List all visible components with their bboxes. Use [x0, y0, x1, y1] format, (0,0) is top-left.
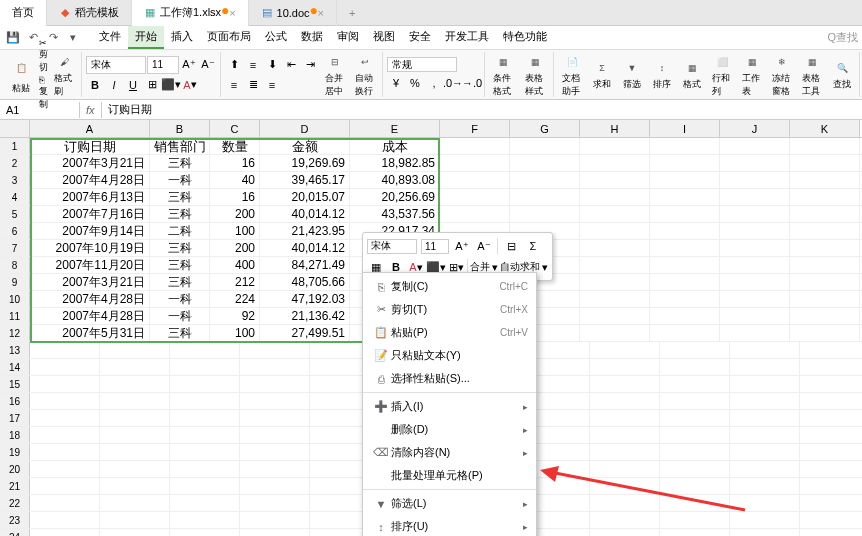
cell[interactable]	[650, 206, 720, 222]
currency-icon[interactable]: ¥	[387, 74, 405, 92]
cell[interactable]	[790, 325, 860, 341]
cell[interactable]	[30, 427, 100, 443]
cell[interactable]: 21,136.42	[260, 308, 350, 324]
freeze-button[interactable]: ❄冻结窗格	[768, 50, 796, 100]
rowcol-button[interactable]: ⬜行和列	[708, 50, 736, 100]
cell[interactable]	[730, 342, 800, 358]
cell[interactable]: 20,256.69	[350, 189, 440, 205]
menu-审阅[interactable]: 审阅	[330, 26, 366, 49]
column-header-E[interactable]: E	[350, 120, 440, 137]
cell[interactable]	[650, 308, 720, 324]
cell[interactable]: 2007年3月21日	[30, 155, 150, 171]
column-header-J[interactable]: J	[720, 120, 790, 137]
cell[interactable]	[440, 155, 510, 171]
cell[interactable]	[30, 376, 100, 392]
cell[interactable]	[660, 359, 730, 375]
format-button[interactable]: ▦格式	[678, 56, 706, 93]
cell[interactable]	[590, 461, 660, 477]
format-painter-button[interactable]: 🖌 格式刷	[50, 50, 78, 100]
menu-文件[interactable]: 文件	[92, 26, 128, 49]
cell[interactable]: 2007年7月16日	[30, 206, 150, 222]
cell[interactable]	[790, 189, 860, 205]
cell[interactable]: 212	[210, 274, 260, 290]
cell[interactable]	[720, 189, 790, 205]
cell[interactable]: 一科	[150, 291, 210, 307]
cell[interactable]	[170, 342, 240, 358]
cell[interactable]	[730, 495, 800, 511]
cell[interactable]	[730, 444, 800, 460]
cell[interactable]	[790, 138, 860, 154]
cell[interactable]	[170, 359, 240, 375]
cell[interactable]	[650, 155, 720, 171]
cell[interactable]	[170, 495, 240, 511]
indent-decrease-icon[interactable]: ⇤	[282, 56, 300, 74]
cell[interactable]	[730, 393, 800, 409]
row-header-19[interactable]: 19	[0, 444, 30, 460]
cell[interactable]: 224	[210, 291, 260, 307]
cell[interactable]	[240, 444, 310, 460]
ctx-paste-special[interactable]: ⎙选择性粘贴(S)...	[363, 367, 536, 390]
cell[interactable]: 2007年3月21日	[30, 274, 150, 290]
cell[interactable]	[580, 172, 650, 188]
cell[interactable]	[100, 410, 170, 426]
cell[interactable]	[580, 138, 650, 154]
bold-button[interactable]: B	[86, 76, 104, 94]
row-header-1[interactable]: 1	[0, 138, 30, 154]
cell[interactable]	[730, 427, 800, 443]
cell[interactable]	[100, 393, 170, 409]
cell[interactable]	[240, 359, 310, 375]
cell[interactable]	[30, 410, 100, 426]
menu-开始[interactable]: 开始	[128, 26, 164, 49]
save-icon[interactable]: 💾	[4, 29, 22, 47]
cell[interactable]	[170, 478, 240, 494]
border-button[interactable]: ⊞	[143, 76, 161, 94]
cell[interactable]	[240, 376, 310, 392]
cell[interactable]	[580, 155, 650, 171]
row-header-24[interactable]: 24	[0, 529, 30, 536]
cell[interactable]	[510, 172, 580, 188]
cell[interactable]	[30, 495, 100, 511]
cell[interactable]	[170, 410, 240, 426]
cell[interactable]: 100	[210, 223, 260, 239]
cell[interactable]	[790, 257, 860, 273]
cell[interactable]	[440, 138, 510, 154]
cell[interactable]: 订购日期	[30, 138, 150, 154]
cell[interactable]: 18,982.85	[350, 155, 440, 171]
cell[interactable]	[790, 155, 860, 171]
cell[interactable]	[240, 393, 310, 409]
cell[interactable]	[650, 291, 720, 307]
filter-button[interactable]: ▼筛选	[618, 56, 646, 93]
cell[interactable]	[790, 223, 860, 239]
decrease-font-icon[interactable]: A⁻	[199, 56, 217, 74]
cell[interactable]: 一科	[150, 172, 210, 188]
sort-button[interactable]: ↕排序	[648, 56, 676, 93]
cell[interactable]	[170, 461, 240, 477]
cell[interactable]: 48,705.66	[260, 274, 350, 290]
table-style-button[interactable]: ▦表格样式	[521, 50, 551, 100]
cell[interactable]	[590, 478, 660, 494]
ctx-paste-text[interactable]: 📝只粘贴文本(Y)	[363, 344, 536, 367]
formula-input[interactable]: 订购日期	[102, 100, 862, 119]
sum-button[interactable]: Σ求和	[588, 56, 616, 93]
cell[interactable]: 三科	[150, 155, 210, 171]
cell[interactable]: 二科	[150, 223, 210, 239]
cell[interactable]	[720, 223, 790, 239]
fx-button[interactable]: fx	[80, 102, 102, 118]
cell[interactable]: 三科	[150, 189, 210, 205]
cell[interactable]	[660, 529, 730, 536]
cell[interactable]: 数量	[210, 138, 260, 154]
cell[interactable]: 16	[210, 155, 260, 171]
align-center-icon[interactable]: ≣	[244, 76, 262, 94]
cell[interactable]: 27,499.51	[260, 325, 350, 341]
cell[interactable]	[580, 325, 650, 341]
cell[interactable]	[660, 461, 730, 477]
row-header-11[interactable]: 11	[0, 308, 30, 324]
cell[interactable]: 金额	[260, 138, 350, 154]
cell[interactable]	[510, 189, 580, 205]
cell[interactable]	[590, 512, 660, 528]
cell[interactable]	[240, 495, 310, 511]
cell[interactable]	[650, 325, 720, 341]
cell[interactable]	[590, 495, 660, 511]
cell[interactable]	[650, 240, 720, 256]
cell[interactable]	[660, 342, 730, 358]
